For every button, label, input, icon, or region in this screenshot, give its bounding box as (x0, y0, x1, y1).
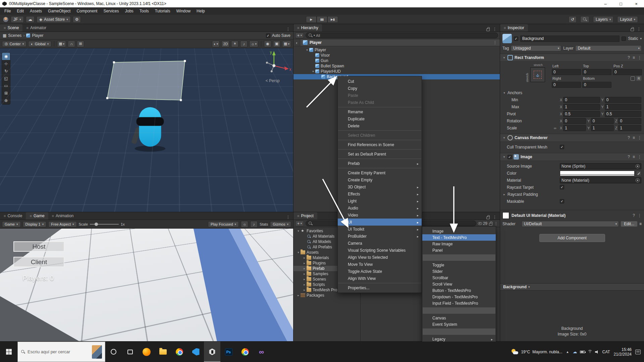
tab-project[interactable]: Project (293, 212, 317, 220)
source-image-field[interactable]: None (Sprite) (560, 163, 641, 169)
taskbar-explorer[interactable] (155, 342, 171, 362)
canvas-handle[interactable] (113, 61, 115, 63)
tab-inspector[interactable]: Inspector (500, 24, 528, 32)
hierarchy-row[interactable]: ▾Player (293, 47, 500, 53)
lock-icon[interactable] (486, 28, 490, 31)
component-menu-icon[interactable]: ⋮ (638, 155, 642, 159)
preset-icon[interactable]: ≡ (639, 222, 642, 226)
taskbar-unity[interactable] (204, 342, 220, 362)
foldout-icon[interactable]: ▾ (311, 70, 315, 73)
preset-icon[interactable]: ≡ (633, 155, 635, 159)
preset-icon[interactable]: ≡ (633, 135, 635, 140)
shader-edit-button[interactable]: Edit... (621, 221, 638, 227)
foldout-icon[interactable]: ▾ (502, 136, 506, 139)
help-icon[interactable]: ? (628, 55, 630, 60)
prefab-back-button[interactable]: ‹ (293, 39, 300, 46)
display-dropdown[interactable]: Display 1▾ (23, 221, 47, 227)
create-object-button[interactable]: +▾ (295, 33, 304, 38)
lighting-toggle-button[interactable]: ☀ (231, 41, 238, 47)
menubar-item[interactable]: Tutorials (152, 7, 173, 15)
taskbar-vscode[interactable] (187, 342, 204, 362)
weather-widget[interactable]: 19°C Mayorm. nubla... (511, 349, 562, 355)
aspect-ratio-dropdown[interactable]: Free Aspect▾ (48, 221, 76, 227)
scene-viewport[interactable]: y x < Persp ◉ ⊹ ↻ ◱ ▭ ⊞ ⊛ (0, 48, 293, 212)
anchor-preset-widget[interactable]: ↔ ↕ (530, 67, 545, 82)
submenu-item[interactable]: Input Field - TextMeshPro (422, 300, 496, 306)
vsync-button[interactable]: ☼ (241, 221, 248, 228)
help-icon[interactable]: ? (628, 155, 630, 159)
component-menu-icon[interactable]: ⋮ (638, 55, 642, 60)
panel-menu-icon[interactable]: ⋮ (494, 221, 498, 226)
asset-store-button[interactable]: ◈Asset Store▾ (37, 16, 71, 23)
hierarchy-row[interactable]: ▾PlayerHUD (293, 69, 500, 74)
canvas-handle[interactable] (184, 60, 186, 62)
submenu-item[interactable]: Button - TextMeshPro (422, 287, 496, 294)
rect-tool-button[interactable]: ▭ (2, 82, 10, 89)
wifi-icon[interactable] (588, 350, 592, 354)
step-button[interactable]: ▶▮ (327, 16, 338, 23)
panel-menu-icon[interactable]: ⋮ (493, 40, 500, 45)
taskbar-visual-studio[interactable]: ∞ (253, 342, 270, 362)
foldout-icon[interactable]: ▾ (502, 155, 506, 159)
submenu-item[interactable]: Event System (422, 321, 496, 327)
perspective-label[interactable]: < Persp (266, 78, 280, 83)
submenu-item[interactable]: Panel (422, 247, 496, 253)
tray-expand-icon[interactable]: ▲ (566, 350, 569, 354)
tool-handle-rotation-dropdown[interactable]: ◐Global▾ (28, 41, 51, 47)
cull-checkbox[interactable] (560, 145, 564, 149)
snap-magnet-button[interactable]: ∩ (68, 41, 75, 47)
create-asset-button[interactable]: +▾ (295, 221, 304, 226)
context-menu-item[interactable]: Create Empty Parent (338, 169, 422, 176)
battery-icon[interactable] (580, 351, 585, 353)
blueprint-mode-icon[interactable] (631, 76, 635, 81)
orientation-gizmo[interactable]: y x (266, 50, 291, 72)
foldout-icon[interactable]: ▾ (296, 229, 301, 233)
lock-icon[interactable] (489, 223, 492, 226)
scale-y-field[interactable] (591, 125, 614, 131)
submenu-item[interactable]: Slider (422, 268, 496, 275)
taskbar-photoshop[interactable]: Ps (220, 342, 237, 362)
context-menu-item[interactable]: Video (338, 212, 422, 219)
submenu-item[interactable] (423, 328, 495, 335)
taskbar-chrome[interactable] (171, 342, 187, 362)
context-menu-item[interactable]: Align View to Selected (338, 254, 422, 261)
help-icon[interactable]: ? (633, 213, 635, 218)
context-menu-item[interactable]: UI (338, 219, 422, 226)
menubar-item[interactable]: Window (173, 7, 194, 15)
anchors-foldout[interactable]: ▾ Anchors (501, 89, 642, 96)
right-field[interactable] (552, 82, 581, 88)
taskbar-firefox[interactable] (138, 342, 155, 362)
cloud-button[interactable]: ☁ (26, 16, 35, 23)
tab[interactable]: Console (0, 212, 26, 220)
taskbar-search[interactable] (17, 342, 105, 362)
context-menu-item[interactable] (338, 283, 421, 283)
scale-x-field[interactable] (563, 125, 586, 131)
player-character[interactable] (139, 107, 161, 147)
submenu-item[interactable] (423, 254, 495, 261)
pivot-y-field[interactable] (605, 111, 641, 117)
context-menu-item[interactable]: Paste (338, 92, 422, 99)
hierarchy-row[interactable]: Gun (293, 58, 500, 63)
context-menu-item[interactable]: Light (338, 197, 422, 204)
search-button[interactable] (580, 16, 589, 23)
menubar-item[interactable]: Help (194, 7, 208, 15)
submenu-item[interactable]: Scroll View (422, 281, 496, 287)
tab[interactable]: Animation (48, 212, 77, 220)
panel-menu-icon[interactable]: ⋮ (493, 215, 497, 220)
foldout-icon[interactable]: ▸ (302, 261, 307, 265)
foldout-icon[interactable]: ▸ (296, 294, 301, 297)
breadcrumb-scenes[interactable]: Scenes (8, 33, 21, 38)
raw-edit-button[interactable]: R (636, 76, 641, 81)
lock-icon[interactable] (486, 217, 490, 219)
static-dropdown-icon[interactable]: ▾ (640, 37, 642, 40)
gizmos-dropdown[interactable]: Gizmos▾ (270, 221, 291, 227)
tab[interactable]: Animator (22, 24, 50, 32)
rotation-y-field[interactable] (591, 118, 614, 124)
context-menu-item[interactable]: Select Children (338, 132, 422, 139)
transform-tool-button[interactable]: ⊞ (2, 89, 10, 97)
scale-slider[interactable] (90, 221, 119, 227)
project-row[interactable]: ▸Packages (293, 293, 360, 298)
foldout-icon[interactable]: ▸ (302, 267, 307, 270)
grid-visibility-button[interactable]: ▦▾ (57, 41, 66, 47)
tool-handle-position-dropdown[interactable]: ◎Center▾ (2, 41, 26, 47)
